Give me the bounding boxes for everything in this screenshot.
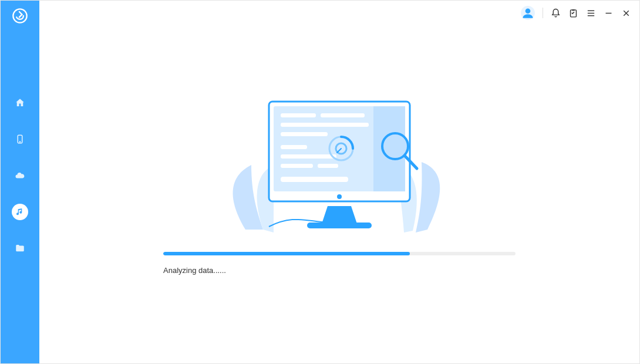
progress-fill xyxy=(163,252,410,255)
svg-rect-23 xyxy=(281,164,313,168)
sidebar xyxy=(1,1,39,363)
svg-rect-18 xyxy=(321,113,365,117)
main-content: Analyzing data...... xyxy=(39,1,639,363)
status-text: Analyzing data...... xyxy=(163,266,516,275)
svg-rect-19 xyxy=(281,123,369,127)
svg-point-2 xyxy=(19,141,20,142)
sidebar-item-home[interactable] xyxy=(12,95,28,111)
minimize-button[interactable] xyxy=(603,8,614,18)
svg-rect-12 xyxy=(307,223,372,228)
sidebar-nav xyxy=(12,95,28,257)
sidebar-item-folder[interactable] xyxy=(12,240,28,257)
svg-rect-25 xyxy=(281,177,348,182)
svg-rect-24 xyxy=(318,164,338,168)
menu-icon[interactable] xyxy=(585,8,596,18)
window-header xyxy=(520,5,631,21)
app-logo-icon xyxy=(12,8,28,24)
notifications-icon[interactable] xyxy=(550,8,561,18)
svg-rect-21 xyxy=(281,145,307,149)
svg-rect-20 xyxy=(281,132,328,136)
svg-rect-17 xyxy=(281,113,316,117)
svg-rect-22 xyxy=(281,154,336,159)
svg-point-15 xyxy=(337,194,342,199)
account-icon[interactable] xyxy=(520,5,535,21)
clipboard-icon[interactable] xyxy=(568,8,578,18)
svg-rect-5 xyxy=(570,9,576,16)
sidebar-item-music[interactable] xyxy=(12,204,28,220)
sidebar-item-device[interactable] xyxy=(12,131,28,147)
progress-bar xyxy=(163,252,516,255)
analyzing-illustration xyxy=(210,95,469,238)
svg-point-4 xyxy=(526,8,531,14)
sidebar-item-cloud[interactable] xyxy=(12,167,28,184)
app-window: Analyzing data...... xyxy=(0,0,640,364)
progress-section: Analyzing data...... xyxy=(163,252,516,275)
header-divider xyxy=(543,8,543,18)
close-button[interactable] xyxy=(621,8,631,18)
